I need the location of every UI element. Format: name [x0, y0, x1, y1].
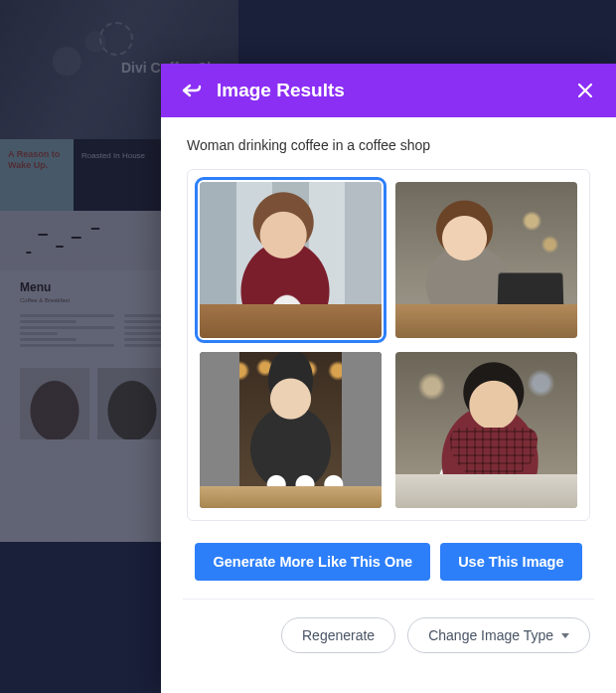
results-grid-container — [187, 169, 590, 521]
modal-header: Image Results — [161, 64, 616, 117]
generated-image — [200, 352, 382, 508]
close-icon[interactable] — [574, 80, 596, 101]
divider — [183, 599, 594, 600]
results-grid — [200, 182, 577, 508]
use-this-image-button[interactable]: Use This Image — [440, 543, 581, 581]
modal-title: Image Results — [217, 80, 560, 101]
image-option-2[interactable] — [395, 182, 577, 338]
change-image-type-button[interactable]: Change Image Type — [407, 617, 590, 653]
image-option-3[interactable] — [200, 352, 382, 508]
generate-more-button[interactable]: Generate More Like This One — [195, 543, 430, 581]
caret-down-icon — [561, 633, 569, 638]
back-icon[interactable] — [181, 82, 203, 99]
modal-body: Woman drinking coffee in a coffee shop — [161, 117, 616, 693]
regenerate-button[interactable]: Regenerate — [281, 617, 395, 653]
image-option-1[interactable] — [200, 182, 382, 338]
secondary-actions: Regenerate Change Image Type — [187, 617, 590, 657]
image-results-modal: Image Results Woman drinking coffee in a… — [161, 64, 616, 693]
image-option-4[interactable] — [395, 352, 577, 508]
change-image-type-label: Change Image Type — [428, 627, 553, 643]
bg-feature-left: A Reason to Wake Up. — [0, 139, 74, 211]
primary-actions: Generate More Like This One Use This Ima… — [187, 543, 590, 581]
prompt-text: Woman drinking coffee in a coffee shop — [187, 137, 590, 153]
regenerate-label: Regenerate — [302, 627, 375, 643]
